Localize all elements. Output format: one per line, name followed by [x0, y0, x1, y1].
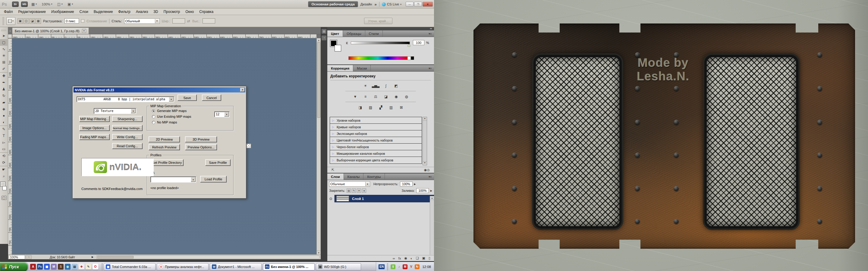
menu-item[interactable]: Анализ	[133, 8, 151, 15]
cs-live-button[interactable]: CS Live ▾	[382, 2, 401, 6]
task-photoshop-active[interactable]: Ps Без имени-1 @ 100% ...	[263, 263, 315, 270]
panel-menu-icon[interactable]: ▾≡	[426, 30, 434, 37]
fading-mip-maps-button[interactable]: Fading MIP maps...	[79, 134, 110, 140]
texture-type-select[interactable]: 2D Texture ▼	[94, 108, 136, 114]
tab-color[interactable]: Цвет	[327, 30, 343, 37]
white-swatch[interactable]	[407, 56, 411, 60]
tray-icon[interactable]: ↻	[415, 264, 420, 269]
quick-launch-icon[interactable]: O	[93, 264, 98, 270]
adjustment-icon[interactable]: ◍	[402, 93, 410, 100]
combo-arrow-icon[interactable]: ▼	[131, 109, 135, 113]
adjustment-icon[interactable]: ☀	[361, 82, 369, 89]
tab-masks[interactable]: Маски	[353, 65, 371, 71]
adjustment-icon[interactable]: ▃▅▃	[372, 82, 379, 89]
options-grip[interactable]	[2, 17, 4, 25]
menu-item[interactable]: 3D	[151, 8, 161, 15]
tray-icon[interactable]: M	[403, 264, 407, 269]
collapsed-panel-icon[interactable]: ▤	[321, 29, 327, 34]
preset-list-item[interactable]: ▷ Экспозиция наборов	[330, 130, 422, 137]
scroll-down-icon[interactable]: ▼	[317, 250, 321, 255]
cancel-button[interactable]: Cancel	[202, 95, 221, 101]
tool-button[interactable]: ⊞	[0, 59, 7, 66]
preset-list-item[interactable]: ▷ Кривые наборов	[330, 124, 422, 130]
status-icon[interactable]: ◔	[26, 255, 32, 259]
selection-mode-button[interactable]: ◪	[30, 19, 35, 24]
layers-footer-icon[interactable]: ◐	[410, 257, 412, 260]
adjustment-icon[interactable]: ▞	[377, 104, 384, 110]
layers-footer-icon[interactable]: fx	[398, 257, 401, 260]
tool-button[interactable]: ⟲	[0, 153, 7, 159]
no-mip-maps-option[interactable]: No MIP maps	[152, 121, 177, 124]
scroll-up-icon[interactable]: ▲	[430, 196, 434, 200]
opacity-arrow-icon[interactable]: ▶	[414, 183, 416, 185]
tool-button[interactable]: ◈	[0, 106, 7, 112]
selection-mode-button[interactable]: ▦	[36, 19, 41, 24]
menu-item[interactable]: Фильтр	[116, 8, 133, 15]
view-extras-button[interactable]: ▣ ▾	[66, 1, 74, 7]
layer-row-selected[interactable]: ⊙ Слой 1	[327, 195, 434, 202]
layers-footer-icon[interactable]: ▯	[429, 256, 430, 260]
adjustment-icon[interactable]: ◩	[392, 82, 400, 89]
dialog-title-bar[interactable]: NVIDIA dds Format v8.23 ✕	[73, 87, 245, 93]
sharpening-button[interactable]: Sharpening...	[112, 116, 143, 122]
collapsed-panel-icon[interactable]: ◔	[321, 36, 327, 40]
background-color-swatch[interactable]	[335, 45, 341, 52]
adjustment-icon[interactable]: ▼	[351, 93, 359, 100]
layers-footer-icon[interactable]: ◉	[404, 256, 407, 260]
adjustment-icon[interactable]: ∫	[382, 82, 390, 89]
combo-arrow-icon[interactable]: ▼	[169, 97, 174, 101]
tool-button[interactable]: ↻	[0, 93, 7, 99]
tab-paths[interactable]: Контуры	[364, 173, 384, 180]
quick-launch-icon[interactable]: ✎	[86, 264, 91, 270]
restore-button[interactable]: ❐	[414, 2, 422, 7]
arrange-documents-button[interactable]: ▦ ▾	[30, 1, 38, 7]
layers-footer-icon[interactable]: ∞	[393, 257, 395, 260]
tray-icon[interactable]: ⇧	[391, 264, 396, 269]
language-indicator[interactable]: EN	[378, 264, 384, 269]
adjustment-icon[interactable]: ⚖	[372, 93, 379, 100]
tab-styles[interactable]: Стили	[365, 30, 383, 37]
layers-footer-icon[interactable]: ❏	[416, 256, 419, 260]
fill-value[interactable]: 100%	[416, 188, 429, 193]
collapse-to-icons-button[interactable]: ▸▸	[327, 27, 434, 30]
opacity-value[interactable]: 100%	[400, 181, 412, 187]
k-channel-slider[interactable]	[351, 41, 410, 44]
adjustment-icon[interactable]: ⊠	[397, 104, 405, 110]
toolbox-grip[interactable]	[1, 30, 7, 31]
bridge-button[interactable]: Br	[12, 1, 19, 7]
expand-triangle-icon[interactable]: ▷	[332, 152, 334, 155]
preset-list-item[interactable]: ▷ Цветовой тон/Насыщенность наборов	[330, 137, 422, 144]
scroll-down-icon[interactable]: ▼	[423, 161, 427, 165]
adjustment-icon[interactable]: ▥	[387, 104, 395, 110]
format-select[interactable]: DXT5 ARGB 8 bpp | interpolated alpha ▼	[76, 96, 174, 102]
status-menu-arrow-icon[interactable]: ▶	[92, 256, 93, 258]
radio-icon[interactable]	[152, 109, 155, 113]
tab-channels[interactable]: Каналы	[344, 173, 364, 180]
refine-edge-button[interactable]: Уточн. край...	[364, 18, 393, 24]
tray-icon[interactable]: V	[409, 264, 413, 269]
background-color-swatch[interactable]	[2, 186, 7, 190]
mip-count-select[interactable]: 12 ▼	[214, 111, 230, 117]
scrollbar-thumb[interactable]	[97, 256, 133, 258]
quick-launch-icon[interactable]: ▤	[72, 264, 78, 270]
lock-button[interactable]: ✛	[357, 189, 361, 193]
tool-button[interactable]: ●	[0, 112, 7, 119]
clock[interactable]: 12:08	[422, 265, 431, 269]
minimize-button[interactable]: —	[406, 2, 413, 7]
2d-preview-button[interactable]: 2D Preview	[149, 136, 180, 142]
preset-list-item[interactable]: ▷ Микширование каналов наборов	[330, 150, 422, 157]
expand-triangle-icon[interactable]: ▷	[332, 126, 334, 129]
adjustment-icon[interactable]: ◨	[356, 104, 364, 110]
profile-select[interactable]: ▼	[150, 176, 196, 182]
combo-arrow-icon[interactable]: ▼	[155, 19, 159, 23]
task-wd-drive[interactable]: ▤ WD 500gb (G:)	[316, 263, 361, 270]
radio-icon[interactable]	[152, 121, 155, 124]
read-config-button[interactable]: Read Config...	[112, 143, 143, 149]
tool-button[interactable]: ☛	[0, 166, 7, 173]
tool-button[interactable]: ✒	[0, 79, 7, 86]
taskbar-separator[interactable]	[101, 264, 103, 270]
workspace-button-design[interactable]: Дизайн	[361, 2, 372, 6]
dialog-close-icon[interactable]: ✕	[240, 88, 245, 92]
tool-button[interactable]: ⟳	[0, 159, 7, 166]
scroll-up-icon[interactable]: ▲	[317, 38, 321, 42]
